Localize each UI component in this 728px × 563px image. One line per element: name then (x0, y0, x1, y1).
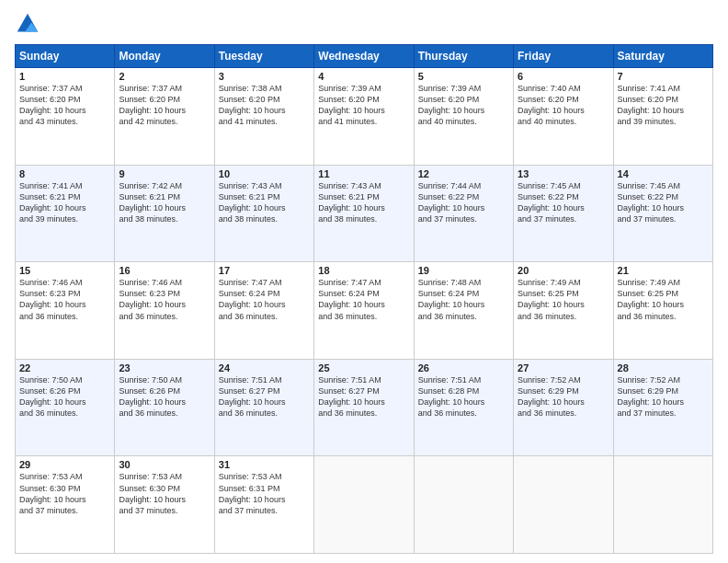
day-number: 9 (119, 168, 210, 179)
day-info: Sunrise: 7:52 AMSunset: 6:29 PMDaylight:… (518, 374, 609, 419)
day-info: Sunrise: 7:47 AMSunset: 6:24 PMDaylight:… (219, 277, 310, 322)
day-number: 3 (219, 71, 310, 82)
calendar-cell (314, 456, 414, 554)
day-number: 15 (19, 265, 110, 276)
day-info: Sunrise: 7:49 AMSunset: 6:25 PMDaylight:… (518, 277, 609, 322)
calendar-cell: 28Sunrise: 7:52 AMSunset: 6:29 PMDayligh… (613, 359, 712, 456)
day-info: Sunrise: 7:51 AMSunset: 6:27 PMDaylight:… (318, 374, 409, 419)
day-number: 30 (119, 459, 210, 470)
day-info: Sunrise: 7:38 AMSunset: 6:20 PMDaylight:… (219, 83, 310, 128)
day-number: 25 (318, 362, 409, 373)
calendar-cell: 10Sunrise: 7:43 AMSunset: 6:21 PMDayligh… (214, 165, 313, 262)
day-info: Sunrise: 7:52 AMSunset: 6:29 PMDaylight:… (618, 374, 709, 419)
day-number: 13 (518, 168, 609, 179)
day-number: 29 (19, 459, 110, 470)
day-info: Sunrise: 7:43 AMSunset: 6:21 PMDaylight:… (318, 180, 409, 225)
day-number: 5 (418, 71, 509, 82)
calendar-cell (414, 456, 513, 554)
day-number: 21 (618, 265, 709, 276)
calendar-cell (514, 456, 613, 554)
day-info: Sunrise: 7:40 AMSunset: 6:20 PMDaylight:… (518, 83, 609, 128)
calendar-header-row: SundayMondayTuesdayWednesdayThursdayFrid… (16, 45, 713, 68)
day-number: 14 (618, 168, 709, 179)
calendar-cell: 7Sunrise: 7:41 AMSunset: 6:20 PMDaylight… (613, 68, 712, 166)
day-number: 19 (418, 265, 509, 276)
day-number: 23 (119, 362, 210, 373)
calendar-cell: 26Sunrise: 7:51 AMSunset: 6:28 PMDayligh… (414, 359, 513, 456)
calendar-cell: 31Sunrise: 7:53 AMSunset: 6:31 PMDayligh… (214, 456, 313, 554)
calendar-cell: 5Sunrise: 7:39 AMSunset: 6:20 PMDaylight… (414, 68, 513, 166)
logo (15, 11, 44, 37)
page: SundayMondayTuesdayWednesdayThursdayFrid… (0, 0, 728, 563)
day-number: 17 (219, 265, 310, 276)
day-info: Sunrise: 7:49 AMSunset: 6:25 PMDaylight:… (618, 277, 709, 322)
calendar-cell: 1Sunrise: 7:37 AMSunset: 6:20 PMDaylight… (16, 68, 115, 166)
calendar-cell: 25Sunrise: 7:51 AMSunset: 6:27 PMDayligh… (314, 359, 414, 456)
logo-icon (15, 11, 40, 37)
day-number: 22 (19, 362, 110, 373)
day-number: 6 (518, 71, 609, 82)
day-number: 11 (318, 168, 409, 179)
day-info: Sunrise: 7:46 AMSunset: 6:23 PMDaylight:… (119, 277, 210, 322)
day-info: Sunrise: 7:50 AMSunset: 6:26 PMDaylight:… (19, 374, 110, 419)
calendar-cell: 29Sunrise: 7:53 AMSunset: 6:30 PMDayligh… (16, 456, 115, 554)
calendar-cell: 20Sunrise: 7:49 AMSunset: 6:25 PMDayligh… (514, 262, 613, 360)
calendar-cell: 2Sunrise: 7:37 AMSunset: 6:20 PMDaylight… (115, 68, 214, 166)
calendar-cell: 13Sunrise: 7:45 AMSunset: 6:22 PMDayligh… (514, 165, 613, 262)
day-info: Sunrise: 7:51 AMSunset: 6:28 PMDaylight:… (418, 374, 509, 419)
day-info: Sunrise: 7:39 AMSunset: 6:20 PMDaylight:… (418, 83, 509, 128)
day-info: Sunrise: 7:42 AMSunset: 6:21 PMDaylight:… (119, 180, 210, 225)
calendar-cell: 27Sunrise: 7:52 AMSunset: 6:29 PMDayligh… (514, 359, 613, 456)
day-info: Sunrise: 7:37 AMSunset: 6:20 PMDaylight:… (19, 83, 110, 128)
day-number: 28 (618, 362, 709, 373)
calendar-cell: 18Sunrise: 7:47 AMSunset: 6:24 PMDayligh… (314, 262, 414, 360)
day-number: 1 (19, 71, 110, 82)
calendar-cell: 8Sunrise: 7:41 AMSunset: 6:21 PMDaylight… (16, 165, 115, 262)
calendar-cell: 6Sunrise: 7:40 AMSunset: 6:20 PMDaylight… (514, 68, 613, 166)
day-info: Sunrise: 7:44 AMSunset: 6:22 PMDaylight:… (418, 180, 509, 225)
day-number: 2 (119, 71, 210, 82)
calendar-cell: 9Sunrise: 7:42 AMSunset: 6:21 PMDaylight… (115, 165, 214, 262)
day-info: Sunrise: 7:53 AMSunset: 6:30 PMDaylight:… (119, 471, 210, 516)
day-info: Sunrise: 7:45 AMSunset: 6:22 PMDaylight:… (518, 180, 609, 225)
day-number: 31 (219, 459, 310, 470)
header (15, 11, 713, 37)
day-info: Sunrise: 7:45 AMSunset: 6:22 PMDaylight:… (618, 180, 709, 225)
day-info: Sunrise: 7:47 AMSunset: 6:24 PMDaylight:… (318, 277, 409, 322)
day-number: 24 (219, 362, 310, 373)
calendar-week-3: 15Sunrise: 7:46 AMSunset: 6:23 PMDayligh… (16, 262, 713, 360)
calendar-header-tuesday: Tuesday (214, 45, 313, 68)
day-number: 20 (518, 265, 609, 276)
calendar-cell: 24Sunrise: 7:51 AMSunset: 6:27 PMDayligh… (214, 359, 313, 456)
day-number: 18 (318, 265, 409, 276)
calendar-cell: 17Sunrise: 7:47 AMSunset: 6:24 PMDayligh… (214, 262, 313, 360)
calendar-table: SundayMondayTuesdayWednesdayThursdayFrid… (15, 44, 713, 554)
calendar-header-monday: Monday (115, 45, 214, 68)
day-info: Sunrise: 7:43 AMSunset: 6:21 PMDaylight:… (219, 180, 310, 225)
day-info: Sunrise: 7:50 AMSunset: 6:26 PMDaylight:… (119, 374, 210, 419)
day-info: Sunrise: 7:41 AMSunset: 6:20 PMDaylight:… (618, 83, 709, 128)
day-info: Sunrise: 7:39 AMSunset: 6:20 PMDaylight:… (318, 83, 409, 128)
day-number: 27 (518, 362, 609, 373)
calendar-cell: 16Sunrise: 7:46 AMSunset: 6:23 PMDayligh… (115, 262, 214, 360)
day-number: 16 (119, 265, 210, 276)
calendar-cell: 11Sunrise: 7:43 AMSunset: 6:21 PMDayligh… (314, 165, 414, 262)
calendar-week-5: 29Sunrise: 7:53 AMSunset: 6:30 PMDayligh… (16, 456, 713, 554)
day-info: Sunrise: 7:53 AMSunset: 6:31 PMDaylight:… (219, 471, 310, 516)
calendar-cell: 15Sunrise: 7:46 AMSunset: 6:23 PMDayligh… (16, 262, 115, 360)
day-number: 10 (219, 168, 310, 179)
calendar-cell: 3Sunrise: 7:38 AMSunset: 6:20 PMDaylight… (214, 68, 313, 166)
calendar-week-4: 22Sunrise: 7:50 AMSunset: 6:26 PMDayligh… (16, 359, 713, 456)
day-number: 4 (318, 71, 409, 82)
day-info: Sunrise: 7:53 AMSunset: 6:30 PMDaylight:… (19, 471, 110, 516)
calendar-cell: 30Sunrise: 7:53 AMSunset: 6:30 PMDayligh… (115, 456, 214, 554)
calendar-cell: 14Sunrise: 7:45 AMSunset: 6:22 PMDayligh… (613, 165, 712, 262)
day-info: Sunrise: 7:41 AMSunset: 6:21 PMDaylight:… (19, 180, 110, 225)
calendar-cell: 19Sunrise: 7:48 AMSunset: 6:24 PMDayligh… (414, 262, 513, 360)
calendar-header-saturday: Saturday (613, 45, 712, 68)
calendar-cell (613, 456, 712, 554)
calendar-header-wednesday: Wednesday (314, 45, 414, 68)
calendar-week-2: 8Sunrise: 7:41 AMSunset: 6:21 PMDaylight… (16, 165, 713, 262)
calendar-cell: 21Sunrise: 7:49 AMSunset: 6:25 PMDayligh… (613, 262, 712, 360)
calendar-week-1: 1Sunrise: 7:37 AMSunset: 6:20 PMDaylight… (16, 68, 713, 166)
